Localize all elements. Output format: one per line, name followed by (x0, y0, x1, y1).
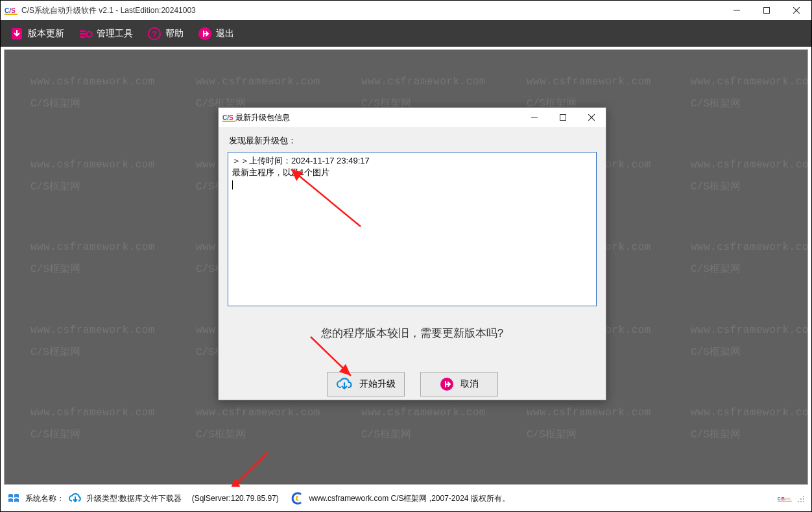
statusbar: 系统名称： 升级类型:数据库文件下载器 (SqlServer:120.79.85… (2, 487, 810, 510)
svg-text:C/S: C/S (222, 114, 233, 121)
watermark-cell: www.csframework.comC/S框架网 (30, 76, 155, 110)
watermark-cell: www.csframework.comC/S框架网 (527, 76, 651, 110)
svg-rect-10 (80, 36, 86, 38)
watermark-cell: www.csframework.comC/S框架网 (527, 407, 651, 441)
resize-grip-icon[interactable] (796, 494, 805, 503)
upgrade-log-textarea[interactable]: ＞＞上传时间：2024-11-17 23:49:17 最新主程序，以及1个图片 (228, 152, 597, 306)
toolbar-label: 版本更新 (28, 28, 64, 40)
watermark-cell: www.csframework.comC/S框架网 (691, 324, 808, 359)
svg-text:?: ? (152, 29, 157, 39)
minimize-button[interactable] (722, 1, 752, 20)
window-title: C/S系统自动升级软件 v2.1 - LastEdition:20241003 (21, 5, 196, 16)
svg-rect-9 (80, 33, 86, 35)
watermark-cell: www.csframework.comC/S框架网 (30, 324, 155, 359)
windows-flag-icon (7, 491, 21, 506)
svg-text:C/S: C/S (778, 496, 785, 501)
button-label: 开始升级 (359, 378, 396, 390)
toolbar-label: 退出 (216, 28, 234, 40)
toolbar-label: 管理工具 (97, 28, 133, 40)
status-upgrade-type: 升级类型:数据库文件下载器 (86, 493, 182, 504)
app-window: C/S C/S系统自动升级软件 v2.1 - LastEdition:20241… (0, 0, 812, 512)
status-copyright: www.csframework.com C/S框架网 ,2007-2024 版权… (309, 493, 509, 504)
toolbar: 版本更新 管理工具 ? 帮助 退出 (1, 20, 811, 47)
svg-point-34 (798, 501, 799, 502)
watermark-cell: www.csframework.comC/S框架网 (691, 159, 808, 193)
dialog-maximize-button[interactable] (549, 108, 577, 127)
download-icon (10, 27, 24, 41)
svg-text:框架: 框架 (785, 497, 791, 500)
status-sql-server: (SqlServer:120.79.85.97) (192, 494, 279, 503)
app-icon: C/S (222, 113, 235, 122)
dialog-found-label: 发现最新升级包： (229, 135, 597, 147)
watermark-cell: www.csframework.comC/S框架网 (691, 76, 808, 110)
exit-icon (198, 27, 212, 41)
exit-icon (440, 377, 454, 391)
watermark-cell: www.csframework.comC/S框架网 (691, 407, 808, 441)
maximize-button[interactable] (752, 1, 782, 20)
button-label: 取消 (460, 378, 479, 390)
watermark-cell: www.csframework.comC/S框架网 (361, 76, 486, 110)
dialog-minimize-button[interactable] (520, 108, 549, 127)
svg-rect-4 (764, 8, 770, 14)
svg-point-33 (803, 498, 804, 500)
svg-rect-18 (560, 115, 566, 121)
watermark-cell: www.csframework.comC/S框架网 (361, 407, 486, 441)
app-icon: C/S (5, 5, 18, 16)
svg-point-31 (803, 496, 804, 497)
watermark-cell: www.csframework.comC/S框架网 (691, 241, 808, 276)
cs-logo-icon (291, 491, 305, 506)
toolbar-label: 帮助 (165, 28, 184, 40)
dialog-close-button[interactable] (577, 108, 606, 127)
tools-icon (78, 27, 93, 41)
watermark-cell: www.csframework.comC/S框架网 (30, 241, 155, 276)
help-icon: ? (147, 27, 161, 41)
watermark-cell: www.csframework.comC/S框架网 (30, 159, 155, 193)
cloud-download-icon (68, 491, 82, 506)
watermark-cell: www.csframework.comC/S框架网 (30, 407, 155, 441)
titlebar: C/S C/S系统自动升级软件 v2.1 - LastEdition:20241… (1, 1, 811, 20)
dialog-titlebar: C/S 最新升级包信息 (219, 108, 606, 127)
status-system-name-label: 系统名称： (25, 493, 64, 504)
svg-text:C/S: C/S (5, 7, 16, 14)
start-upgrade-button[interactable]: 开始升级 (327, 372, 405, 396)
close-button[interactable] (782, 1, 811, 20)
cancel-button[interactable]: 取消 (420, 372, 498, 396)
toolbar-version-update[interactable]: 版本更新 (10, 27, 64, 41)
watermark-cell: www.csframework.comC/S框架网 (196, 407, 320, 441)
toolbar-help[interactable]: ? 帮助 (147, 27, 184, 41)
dialog-question: 您的程序版本较旧，需要更新版本吗? (228, 326, 597, 341)
toolbar-exit[interactable]: 退出 (198, 27, 234, 41)
cs-logo-small-icon: C/S 框架 (778, 491, 792, 506)
watermark-cell: www.csframework.comC/S框架网 (196, 76, 320, 110)
cloud-download-icon (336, 377, 353, 391)
text-caret (232, 180, 233, 189)
svg-rect-8 (80, 30, 86, 32)
toolbar-manage-tools[interactable]: 管理工具 (78, 27, 133, 41)
svg-point-32 (800, 498, 802, 500)
svg-point-35 (800, 501, 802, 502)
dialog-title: 最新升级包信息 (235, 112, 290, 123)
svg-point-36 (803, 501, 804, 502)
upgrade-dialog: C/S 最新升级包信息 发现最新升级包： ＞＞上传时间：2024-11-17 2… (218, 107, 606, 400)
